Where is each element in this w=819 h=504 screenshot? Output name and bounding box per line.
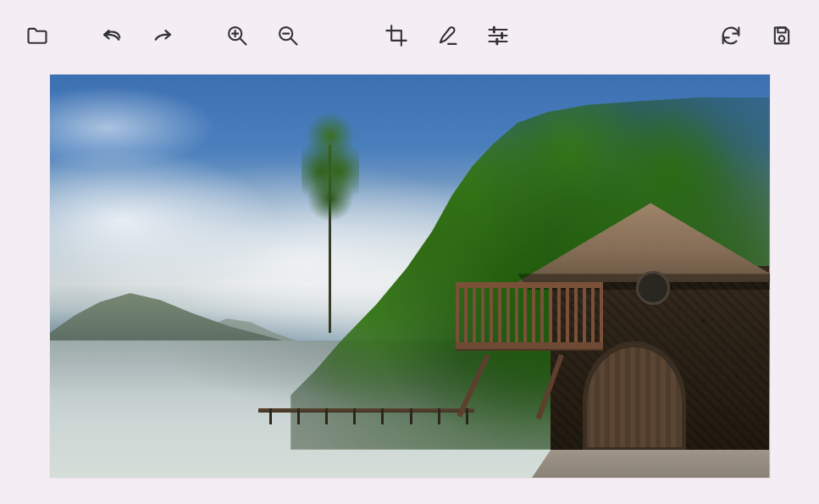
- canvas-area: [8, 63, 811, 478]
- zoom-out-button[interactable]: [268, 15, 308, 56]
- undo-icon: [100, 24, 124, 47]
- svg-point-15: [779, 36, 785, 42]
- toolbar: [8, 8, 811, 63]
- zoom-in-button[interactable]: [217, 15, 257, 56]
- refresh-icon: [719, 24, 743, 47]
- scene-boathouse: [532, 187, 770, 449]
- brush-button[interactable]: [427, 15, 468, 56]
- svg-line-5: [291, 39, 297, 45]
- reset-button[interactable]: [711, 15, 751, 56]
- scene-tall-tree: [295, 83, 367, 333]
- sliders-icon: [486, 24, 510, 47]
- crop-button[interactable]: [376, 15, 417, 56]
- folder-open-icon: [25, 24, 49, 47]
- redo-icon: [151, 24, 174, 47]
- zoom-out-icon: [276, 24, 300, 47]
- redo-button[interactable]: [142, 15, 183, 56]
- zoom-in-icon: [225, 24, 249, 47]
- image-canvas[interactable]: [50, 75, 770, 478]
- undo-button[interactable]: [91, 15, 132, 56]
- scene-jetty: [258, 397, 474, 429]
- brush-icon: [435, 24, 459, 47]
- save-button[interactable]: [761, 15, 802, 56]
- save-icon: [770, 24, 794, 47]
- crop-icon: [385, 24, 408, 47]
- open-button[interactable]: [17, 15, 58, 56]
- svg-rect-14: [777, 28, 785, 33]
- image-editor-app: [0, 0, 819, 486]
- adjust-button[interactable]: [478, 15, 518, 56]
- svg-line-1: [241, 39, 246, 45]
